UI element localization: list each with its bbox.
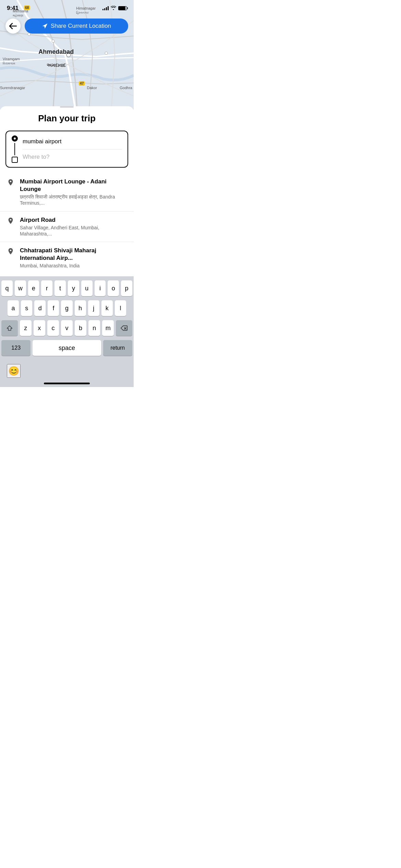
wifi-icon <box>111 6 116 11</box>
key-q[interactable]: q <box>1 280 13 296</box>
suggestion-text: Airport Road Sahar Village, Andheri East… <box>20 216 127 237</box>
key-v[interactable]: v <box>61 320 73 336</box>
key-w[interactable]: w <box>15 280 26 296</box>
keyboard: q w e r t y u i o p a s d f g h j k l z … <box>0 276 134 361</box>
shift-icon <box>7 325 13 331</box>
key-t[interactable]: t <box>54 280 66 296</box>
map-background: Mehsanaમહેસાણા Himatnagarહિમ્તનગર Viramg… <box>0 0 134 110</box>
origin-input[interactable] <box>23 137 122 146</box>
key-space[interactable]: space <box>33 340 101 356</box>
drag-handle <box>60 106 74 108</box>
key-e[interactable]: e <box>28 280 39 296</box>
input-divider <box>23 149 122 149</box>
keyboard-row-bottom: 123 space return <box>1 340 132 356</box>
home-indicator <box>44 383 90 384</box>
route-input-container: Where to? <box>5 131 128 168</box>
shift-key[interactable] <box>1 320 18 336</box>
destination-square-icon <box>12 157 18 163</box>
key-k[interactable]: k <box>101 300 113 316</box>
plan-title: Plan your trip <box>0 113 134 124</box>
key-z[interactable]: z <box>20 320 32 336</box>
battery-icon <box>118 6 127 10</box>
location-arrow-icon <box>42 23 48 29</box>
suggestion-title: Airport Road <box>20 216 127 224</box>
key-r[interactable]: r <box>41 280 52 296</box>
map-section: Mehsanaમહેસાણા Himatnagarહિમ્તનગર Viramg… <box>0 0 134 110</box>
key-n[interactable]: n <box>88 320 100 336</box>
key-l[interactable]: l <box>115 300 126 316</box>
key-h[interactable]: h <box>75 300 86 316</box>
status-icons <box>102 6 127 11</box>
svg-point-2 <box>52 40 54 43</box>
key-u[interactable]: u <box>81 280 93 296</box>
key-x[interactable]: x <box>34 320 45 336</box>
suggestion-item[interactable]: Chhatrapati Shivaji Maharaj Internationa… <box>0 242 134 274</box>
suggestion-title: Chhatrapati Shivaji Maharaj Internationa… <box>20 247 127 262</box>
key-g[interactable]: g <box>61 300 72 316</box>
route-inputs-column: Where to? <box>23 137 122 162</box>
suggestion-subtitle: Mumbai, Maharashtra, India <box>20 263 127 269</box>
key-m[interactable]: m <box>102 320 114 336</box>
pin-icon <box>7 179 14 186</box>
backspace-icon <box>121 325 127 331</box>
status-time: 9:41 <box>7 5 19 12</box>
key-p[interactable]: p <box>121 280 132 296</box>
key-a[interactable]: a <box>8 300 19 316</box>
keyboard-bottom-bar: 😊 <box>0 361 134 381</box>
key-f[interactable]: f <box>48 300 59 316</box>
destination-placeholder[interactable]: Where to? <box>23 152 122 162</box>
back-button[interactable] <box>5 19 21 34</box>
keyboard-row-3: z x c v b n m <box>1 320 132 336</box>
bottom-sheet: Plan your trip Where to? Mumbai Airport … <box>0 106 134 276</box>
suggestion-item[interactable]: Mumbai Airport Lounge - Adani Lounge छत्… <box>0 173 134 212</box>
back-arrow-icon <box>9 23 17 29</box>
suggestion-subtitle: Sahar Village, Andheri East, Mumbai, Mah… <box>20 225 127 237</box>
suggestion-title: Mumbai Airport Lounge - Adani Lounge <box>20 178 127 193</box>
origin-dot-icon <box>12 135 18 142</box>
suggestion-text: Chhatrapati Shivaji Maharaj Internationa… <box>20 247 127 269</box>
home-indicator-wrap <box>0 381 134 387</box>
svg-point-1 <box>66 53 71 57</box>
signal-icon <box>102 6 109 10</box>
route-input-row: Where to? <box>12 135 122 163</box>
suggestion-subtitle: छत्रपति शिवाजी अंतराष्ट्रीय हवाईअड्डा क्… <box>20 194 127 206</box>
share-location-label: Share Current Location <box>51 23 111 29</box>
key-return[interactable]: return <box>103 340 132 356</box>
key-o[interactable]: o <box>108 280 119 296</box>
map-badge-47: 47 <box>79 81 85 86</box>
key-y[interactable]: y <box>68 280 79 296</box>
key-i[interactable]: i <box>95 280 106 296</box>
route-line-icon <box>14 143 15 155</box>
route-icon-column <box>12 135 18 163</box>
map-roads-svg <box>0 0 134 110</box>
pin-icon <box>7 217 14 225</box>
keyboard-row-1: q w e r t y u i o p <box>1 280 132 296</box>
pin-icon <box>7 248 14 255</box>
key-123[interactable]: 123 <box>1 340 31 356</box>
key-s[interactable]: s <box>21 300 32 316</box>
svg-point-4 <box>105 52 108 55</box>
key-b[interactable]: b <box>75 320 86 336</box>
status-bar: 9:41 <box>0 0 134 14</box>
keyboard-row-2: a s d f g h j k l <box>1 300 132 316</box>
key-d[interactable]: d <box>34 300 46 316</box>
share-location-button[interactable]: Share Current Location <box>25 19 128 34</box>
key-j[interactable]: j <box>88 300 99 316</box>
emoji-button[interactable]: 😊 <box>7 364 21 378</box>
suggestion-text: Mumbai Airport Lounge - Adani Lounge छत्… <box>20 178 127 206</box>
key-c[interactable]: c <box>47 320 59 336</box>
delete-key[interactable] <box>116 320 132 336</box>
suggestion-item[interactable]: Airport Road Sahar Village, Andheri East… <box>0 212 134 242</box>
suggestions-list: Mumbai Airport Lounge - Adani Lounge छत्… <box>0 173 134 276</box>
